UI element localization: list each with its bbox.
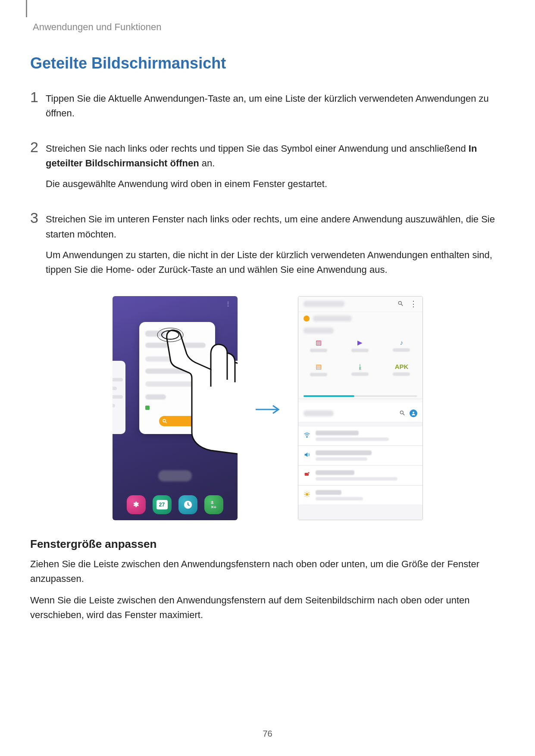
step-number-3: 3 <box>30 210 46 283</box>
step-2-text: Streichen Sie nach links oder rechts und… <box>46 141 505 171</box>
split-top-app: ⋮ ▨ ▶ ♪ ▤ ⭳ APK <box>298 297 422 399</box>
warning-icon <box>303 316 310 322</box>
notification-icon <box>303 471 310 478</box>
display-icon <box>303 491 310 498</box>
para-1: Ziehen Sie die Leiste zwischen den Anwen… <box>30 557 505 586</box>
search-pill <box>159 416 198 426</box>
recents-card-peek-left: ⌕ <box>113 361 125 434</box>
document-icon: ▤ <box>316 363 322 371</box>
tile-documents: ▤ <box>298 363 340 387</box>
settings-row-connections <box>298 426 422 446</box>
section-heading: Geteilte Bildschirmansicht <box>30 54 505 72</box>
figure-row: ⋮ ⌕ <box>30 296 505 520</box>
svg-point-13 <box>308 472 310 474</box>
page-number: 76 <box>0 729 535 739</box>
svg-line-22 <box>308 492 309 493</box>
video-icon: ▶ <box>357 339 363 347</box>
wifi-icon <box>303 431 310 438</box>
step-1-text: Tippen Sie die Aktuelle Anwendungen-Tast… <box>46 91 505 121</box>
subsection-heading: Fenstergröße anpassen <box>30 537 505 551</box>
step-2-before: Streichen Sie nach links oder rechts und… <box>46 143 469 154</box>
step-body-2: Streichen Sie nach links oder rechts und… <box>46 140 505 197</box>
svg-line-7 <box>401 304 403 306</box>
overflow-icon: ⋮ <box>410 302 417 306</box>
svg-point-10 <box>413 412 414 413</box>
svg-line-1 <box>165 422 166 423</box>
clock-app-icon <box>178 495 197 514</box>
step-3-followup: Um Anwendungen zu starten, die nicht in … <box>46 248 505 277</box>
split-bottom-app <box>298 405 422 520</box>
sound-icon <box>303 451 310 458</box>
search-icon <box>399 410 405 417</box>
recents-card-center <box>139 322 215 434</box>
tile-videos: ▶ <box>339 339 381 363</box>
gallery-app-icon: ✱ <box>127 495 146 514</box>
tile-apk: APK <box>381 363 422 387</box>
svg-point-0 <box>163 419 166 422</box>
apk-icon: APK <box>395 363 409 370</box>
storage-bar <box>303 391 417 399</box>
arrow-icon <box>255 397 281 419</box>
para-2: Wenn Sie die Leiste zwischen den Anwendu… <box>30 593 505 622</box>
svg-point-8 <box>400 411 403 414</box>
breadcrumb: Anwendungen und Funktionen <box>33 22 505 33</box>
step-body-3: Streichen Sie im unteren Fenster nach li… <box>46 210 505 283</box>
calendar-day-label: 27 <box>156 500 168 509</box>
phone-splitscreen-mockup: ⋮ ▨ ▶ ♪ ▤ ⭳ APK <box>298 296 423 520</box>
calendar-app-icon: 27 <box>153 495 172 514</box>
overflow-icon: ⋮ <box>225 300 232 307</box>
calculator-app-icon: ± ×÷ <box>204 495 223 514</box>
step-number-1: 1 <box>30 90 46 127</box>
svg-line-21 <box>305 496 305 496</box>
settings-row-display <box>298 485 422 505</box>
download-icon: ⭳ <box>357 363 363 370</box>
recents-card-peek-right <box>231 361 238 434</box>
close-all-pill <box>158 470 192 481</box>
svg-line-20 <box>308 496 309 496</box>
tile-downloads: ⭳ <box>339 363 381 387</box>
music-icon: ♪ <box>400 339 404 346</box>
svg-point-11 <box>307 437 307 437</box>
tile-images: ▨ <box>298 339 340 363</box>
steps-list: 1 Tippen Sie die Aktuelle Anwendungen-Ta… <box>30 90 505 283</box>
step-2-after: an. <box>199 158 215 169</box>
settings-row-sound <box>298 446 422 465</box>
category-label <box>298 325 422 336</box>
tile-audio: ♪ <box>381 339 422 363</box>
step-3-text: Streichen Sie im unteren Fenster nach li… <box>46 212 505 241</box>
phone-recents-mockup: ⋮ ⌕ <box>113 296 238 520</box>
svg-point-14 <box>306 493 308 495</box>
account-icon <box>410 409 417 417</box>
search-icon <box>397 300 404 308</box>
settings-row-notifications <box>298 465 422 485</box>
svg-line-19 <box>305 492 305 493</box>
step-number-2: 2 <box>30 140 46 197</box>
step-body-1: Tippen Sie die Aktuelle Anwendungen-Tast… <box>46 90 505 127</box>
step-2-followup: Die ausgewählte Anwendung wird oben in e… <box>46 177 505 191</box>
svg-line-9 <box>403 414 404 415</box>
search-icon <box>161 417 169 425</box>
image-icon: ▨ <box>316 339 322 347</box>
alert-row <box>298 312 422 325</box>
app-dock: ✱ 27 ± ×÷ <box>113 495 238 514</box>
svg-point-6 <box>398 301 401 304</box>
